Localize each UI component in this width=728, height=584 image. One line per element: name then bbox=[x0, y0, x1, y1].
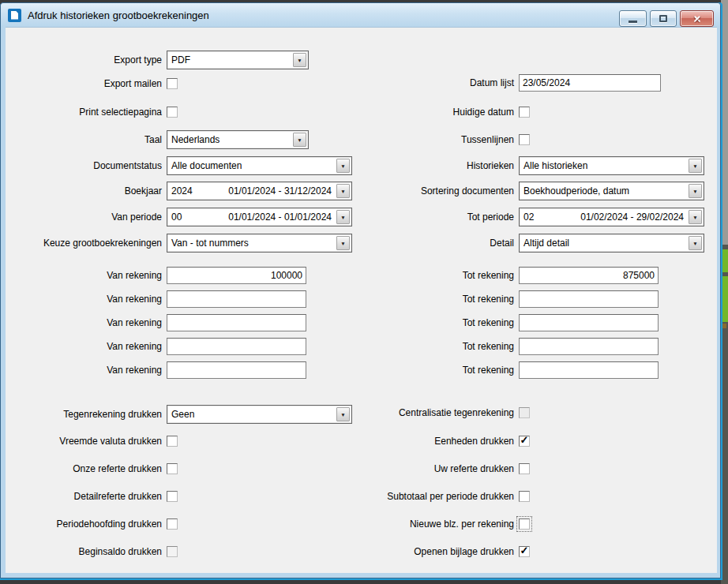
keuze-grootboekrekeningen-label: Keuze grootboekrekeningen bbox=[7, 238, 162, 249]
vreemde-valuta-drukken-checkbox[interactable]: ✓ bbox=[167, 436, 178, 447]
print-selectiepagina-checkbox[interactable]: ✓ bbox=[167, 107, 178, 118]
documentstatus-select[interactable]: Alle documenten ▼ bbox=[167, 156, 352, 175]
detailreferte-drukken-checkbox[interactable]: ✓ bbox=[167, 491, 178, 502]
restore-button[interactable] bbox=[650, 10, 677, 27]
field-tussenlijnen: Tussenlijnen ✓ bbox=[339, 134, 530, 145]
export-mailen-checkbox[interactable]: ✓ bbox=[167, 78, 178, 89]
sortering-documenten-select[interactable]: Boekhoudperiode, datum ▼ bbox=[519, 182, 704, 200]
field-detail: Detail Altijd detail ▼ bbox=[339, 234, 704, 253]
van-periode-select[interactable]: 00 01/01/2024 - 01/01/2024 ▼ bbox=[167, 208, 352, 226]
detail-value: Altijd detail bbox=[520, 238, 569, 249]
van-periode-code: 00 bbox=[167, 212, 208, 223]
tot-rekening-label: Tot rekening bbox=[339, 341, 514, 352]
van-rekening-input-2[interactable] bbox=[167, 290, 306, 308]
uw-referte-drukken-label: Uw referte drukken bbox=[339, 463, 514, 474]
tot-rekening-input-1[interactable] bbox=[519, 267, 659, 284]
tegenrekening-drukken-select[interactable]: Geen ▼ bbox=[167, 405, 352, 424]
tussenlijnen-checkbox[interactable]: ✓ bbox=[519, 134, 530, 145]
detailreferte-drukken-label: Detailreferte drukken bbox=[7, 491, 162, 502]
dialog-content: Export type PDF ▼ Export mailen ✓ Print … bbox=[6, 27, 717, 573]
openen-bijlage-drukken-checkbox[interactable]: ✓ bbox=[519, 546, 530, 557]
keuze-grootboekrekeningen-select[interactable]: Van - tot nummers ▼ bbox=[167, 234, 352, 253]
tot-rekening-input-5[interactable] bbox=[519, 361, 659, 379]
periodehoofding-drukken-label: Periodehoofding drukken bbox=[7, 518, 162, 530]
titlebar[interactable]: Afdruk historieken grootboekrekeningen bbox=[1, 3, 720, 27]
field-tot-rekening-3: Tot rekening bbox=[339, 314, 659, 331]
onze-referte-drukken-checkbox[interactable]: ✓ bbox=[167, 463, 178, 474]
huidige-datum-checkbox[interactable]: ✓ bbox=[519, 107, 530, 118]
background-dot bbox=[722, 324, 726, 328]
van-rekening-label: Van rekening bbox=[7, 270, 162, 281]
documentstatus-label: Documentstatus bbox=[7, 160, 162, 171]
chevron-down-icon[interactable]: ▼ bbox=[293, 53, 306, 67]
beginsaldo-drukken-checkbox[interactable]: ✓ bbox=[167, 546, 178, 557]
tussenlijnen-label: Tussenlijnen bbox=[339, 134, 514, 145]
field-subtotaal-per-periode-drukken: Subtotaal per periode drukken ✓ bbox=[339, 491, 530, 502]
field-sortering-documenten: Sortering documenten Boekhoudperiode, da… bbox=[339, 182, 704, 200]
field-van-rekening-1: Van rekening bbox=[7, 267, 306, 284]
datum-lijst-input[interactable] bbox=[519, 74, 661, 92]
tegenrekening-drukken-value: Geen bbox=[167, 409, 194, 420]
tot-rekening-input-2[interactable] bbox=[519, 290, 659, 308]
field-tot-rekening-2: Tot rekening bbox=[339, 290, 659, 308]
huidige-datum-label: Huidige datum bbox=[339, 107, 514, 118]
nieuwe-blz-per-rekening-checkbox[interactable]: ✓ bbox=[519, 518, 530, 530]
export-type-label: Export type bbox=[7, 54, 162, 66]
tot-rekening-label: Tot rekening bbox=[339, 365, 514, 376]
field-tegenrekening-drukken: Tegenrekening drukken Geen ▼ bbox=[7, 405, 352, 424]
dialog-window: Afdruk historieken grootboekrekeningen E… bbox=[0, 2, 721, 578]
van-rekening-input-5[interactable] bbox=[167, 361, 306, 379]
beginsaldo-drukken-label: Beginsaldo drukken bbox=[7, 546, 162, 557]
chevron-down-icon[interactable]: ▼ bbox=[689, 236, 702, 250]
detail-select[interactable]: Altijd detail ▼ bbox=[519, 234, 704, 253]
close-icon bbox=[692, 14, 702, 24]
field-vreemde-valuta-drukken: Vreemde valuta drukken ✓ bbox=[7, 436, 178, 447]
field-uw-referte-drukken: Uw referte drukken ✓ bbox=[339, 463, 530, 474]
historieken-label: Historieken bbox=[339, 160, 514, 171]
tot-periode-select[interactable]: 02 01/02/2024 - 29/02/2024 ▼ bbox=[519, 208, 704, 226]
van-rekening-input-3[interactable] bbox=[167, 314, 306, 331]
centralisatie-tegenrekening-checkbox: ✓ bbox=[519, 407, 530, 418]
chevron-down-icon[interactable]: ▼ bbox=[293, 133, 306, 147]
field-periodehoofding-drukken: Periodehoofding drukken ✓ bbox=[7, 518, 178, 530]
van-rekening-input-1[interactable] bbox=[167, 267, 306, 284]
vreemde-valuta-drukken-label: Vreemde valuta drukken bbox=[7, 436, 162, 447]
tot-rekening-input-3[interactable] bbox=[519, 314, 659, 331]
chevron-down-icon[interactable]: ▼ bbox=[689, 184, 702, 198]
window-title: Afdruk historieken grootboekrekeningen bbox=[28, 9, 209, 21]
field-van-periode: Van periode 00 01/01/2024 - 01/01/2024 ▼ bbox=[7, 208, 352, 226]
boekjaar-select[interactable]: 2024 01/01/2024 - 31/12/2024 ▼ bbox=[167, 182, 352, 200]
window-controls bbox=[619, 10, 714, 27]
field-detailreferte-drukken: Detailreferte drukken ✓ bbox=[7, 491, 178, 502]
chevron-down-icon[interactable]: ▼ bbox=[689, 159, 702, 173]
tot-rekening-label: Tot rekening bbox=[339, 270, 514, 281]
taal-value: Nederlands bbox=[167, 134, 220, 145]
background-app-strip bbox=[721, 0, 728, 584]
chevron-down-icon[interactable]: ▼ bbox=[689, 210, 702, 224]
boekjaar-code: 2024 bbox=[167, 185, 208, 197]
field-onze-referte-drukken: Onze referte drukken ✓ bbox=[7, 463, 178, 474]
tot-rekening-label: Tot rekening bbox=[339, 294, 514, 305]
export-type-select[interactable]: PDF ▼ bbox=[167, 51, 309, 69]
minimize-icon bbox=[629, 21, 637, 23]
detail-label: Detail bbox=[339, 238, 514, 249]
periodehoofding-drukken-checkbox[interactable]: ✓ bbox=[167, 518, 178, 530]
field-boekjaar: Boekjaar 2024 01/01/2024 - 31/12/2024 ▼ bbox=[7, 182, 352, 200]
nieuwe-blz-per-rekening-label: Nieuwe blz. per rekening bbox=[339, 518, 514, 530]
field-historieken: Historieken Alle historieken ▼ bbox=[339, 156, 704, 175]
van-rekening-input-4[interactable] bbox=[167, 338, 306, 355]
document-page-glyph bbox=[11, 11, 18, 20]
uw-referte-drukken-checkbox[interactable]: ✓ bbox=[519, 463, 530, 474]
historieken-select[interactable]: Alle historieken ▼ bbox=[519, 156, 704, 175]
tot-rekening-input-4[interactable] bbox=[519, 338, 659, 355]
background-gray-area bbox=[721, 0, 728, 245]
subtotaal-per-periode-drukken-checkbox[interactable]: ✓ bbox=[519, 491, 530, 502]
taal-select[interactable]: Nederlands ▼ bbox=[167, 130, 309, 149]
restore-icon bbox=[659, 15, 667, 22]
sortering-documenten-label: Sortering documenten bbox=[339, 185, 514, 197]
field-export-mailen: Export mailen ✓ bbox=[7, 78, 178, 89]
close-button[interactable] bbox=[680, 10, 714, 27]
eenheden-drukken-checkbox[interactable]: ✓ bbox=[519, 436, 530, 447]
van-rekening-label: Van rekening bbox=[7, 365, 162, 376]
minimize-button[interactable] bbox=[619, 10, 647, 27]
